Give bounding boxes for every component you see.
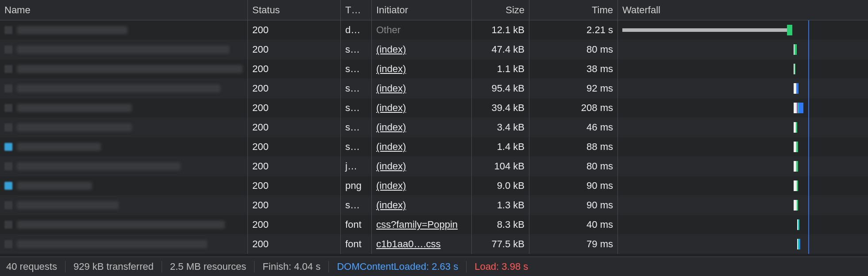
cell-initiator: (index) [372, 118, 472, 137]
file-icon [4, 221, 12, 229]
waterfall-track [622, 137, 864, 157]
cell-name[interactable] [0, 137, 248, 157]
col-header-size[interactable]: Size [472, 0, 529, 20]
col-header-status[interactable]: Status [248, 0, 341, 20]
cell-time: 80 ms [529, 157, 618, 176]
cell-status: 200 [248, 176, 341, 196]
initiator-link[interactable]: (index) [376, 83, 406, 94]
table-row[interactable]: 200s…(index)1.4 kB88 ms [0, 137, 868, 157]
cell-name[interactable] [0, 79, 248, 98]
cell-time: 79 ms [529, 234, 618, 254]
file-icon [4, 84, 12, 92]
cell-name[interactable] [0, 98, 248, 118]
initiator-link[interactable]: (index) [376, 199, 406, 211]
table-row[interactable]: 200j…(index)104 kB80 ms [0, 157, 868, 176]
waterfall-segment [796, 122, 797, 133]
cell-name[interactable] [0, 20, 248, 40]
waterfall-segment [799, 103, 803, 113]
cell-initiator: (index) [372, 176, 472, 196]
table-row[interactable]: 200s…(index)47.4 kB80 ms [0, 40, 868, 59]
table-row[interactable]: 200s…(index)95.4 kB92 ms [0, 79, 868, 98]
cell-time: 38 ms [529, 59, 618, 79]
file-icon [4, 240, 12, 248]
table-row[interactable]: 200fontc1b1aa0….css77.5 kB79 ms [0, 234, 868, 254]
col-header-initiator[interactable]: Initiator [372, 0, 472, 20]
initiator-link[interactable]: (index) [376, 180, 406, 192]
initiator-link[interactable]: (index) [376, 44, 406, 55]
cell-size: 1.4 kB [472, 137, 529, 157]
cell-time: 80 ms [529, 40, 618, 59]
waterfall-segment [787, 25, 792, 35]
redacted-name [17, 143, 101, 151]
waterfall-track [622, 234, 864, 254]
cell-type: font [341, 234, 372, 254]
redacted-name [17, 162, 181, 170]
cell-type: png [341, 176, 372, 196]
initiator-link[interactable]: (index) [376, 161, 406, 172]
cell-name[interactable] [0, 118, 248, 137]
table-row[interactable]: 200s…(index)3.4 kB46 ms [0, 118, 868, 137]
table-row[interactable]: 200fontcss?family=Poppin8.3 kB40 ms [0, 215, 868, 234]
cell-name[interactable] [0, 157, 248, 176]
col-header-type[interactable]: T… [341, 0, 372, 20]
table-row[interactable]: 200png(index)9.0 kB90 ms [0, 176, 868, 196]
status-requests: 40 requests [6, 261, 66, 272]
cell-waterfall [618, 234, 868, 254]
waterfall-load-line [808, 20, 809, 40]
col-header-time[interactable]: Time [529, 0, 618, 20]
status-bar: 40 requests 929 kB transferred 2.5 MB re… [0, 257, 868, 276]
cell-type: s… [341, 137, 372, 157]
cell-type: d… [341, 20, 372, 40]
cell-time: 2.21 s [529, 20, 618, 40]
cell-name[interactable] [0, 176, 248, 196]
initiator-link: Other [376, 24, 401, 36]
cell-status: 200 [248, 40, 341, 59]
cell-waterfall [618, 98, 868, 118]
cell-time: 88 ms [529, 137, 618, 157]
initiator-link[interactable]: (index) [376, 102, 406, 114]
cell-size: 9.0 kB [472, 176, 529, 196]
redacted-name [17, 201, 119, 209]
waterfall-load-line [808, 176, 809, 196]
cell-initiator: (index) [372, 196, 472, 215]
initiator-link[interactable]: (index) [376, 141, 406, 153]
cell-size: 39.4 kB [472, 98, 529, 118]
table-row[interactable]: 200d…Other12.1 kB2.21 s [0, 20, 868, 40]
initiator-link[interactable]: (index) [376, 63, 406, 75]
cell-name[interactable] [0, 59, 248, 79]
initiator-link[interactable]: (index) [376, 122, 406, 133]
waterfall-segment [794, 180, 796, 191]
waterfall-track [622, 215, 864, 234]
cell-initiator: css?family=Poppin [372, 215, 472, 234]
cell-waterfall [618, 59, 868, 79]
redacted-name [17, 123, 132, 131]
cell-name[interactable] [0, 234, 248, 254]
cell-type: j… [341, 157, 372, 176]
cell-size: 12.1 kB [472, 20, 529, 40]
cell-status: 200 [248, 137, 341, 157]
cell-type: s… [341, 79, 372, 98]
cell-type: s… [341, 59, 372, 79]
cell-name[interactable] [0, 196, 248, 215]
initiator-link[interactable]: css?family=Poppin [376, 219, 458, 230]
cell-time: 46 ms [529, 118, 618, 137]
cell-initiator: (index) [372, 137, 472, 157]
status-finish: Finish: 4.04 s [255, 261, 329, 272]
table-row[interactable]: 200s…(index)39.4 kB208 ms [0, 98, 868, 118]
cell-status: 200 [248, 118, 341, 137]
waterfall-segment [796, 161, 798, 172]
cell-name[interactable] [0, 215, 248, 234]
network-panel: Name Status T… Initiator Size Time Water… [0, 0, 868, 276]
waterfall-track [622, 157, 864, 176]
cell-waterfall [618, 157, 868, 176]
waterfall-track [622, 196, 864, 215]
table-row[interactable]: 200s…(index)1.3 kB90 ms [0, 196, 868, 215]
cell-waterfall [618, 118, 868, 137]
cell-type: s… [341, 118, 372, 137]
cell-name[interactable] [0, 40, 248, 59]
initiator-link[interactable]: c1b1aa0….css [376, 238, 441, 250]
col-header-name[interactable]: Name [0, 0, 248, 20]
table-row[interactable]: 200s…(index)1.1 kB38 ms [0, 59, 868, 79]
waterfall-load-line [808, 118, 809, 137]
col-header-waterfall[interactable]: Waterfall [618, 0, 868, 20]
